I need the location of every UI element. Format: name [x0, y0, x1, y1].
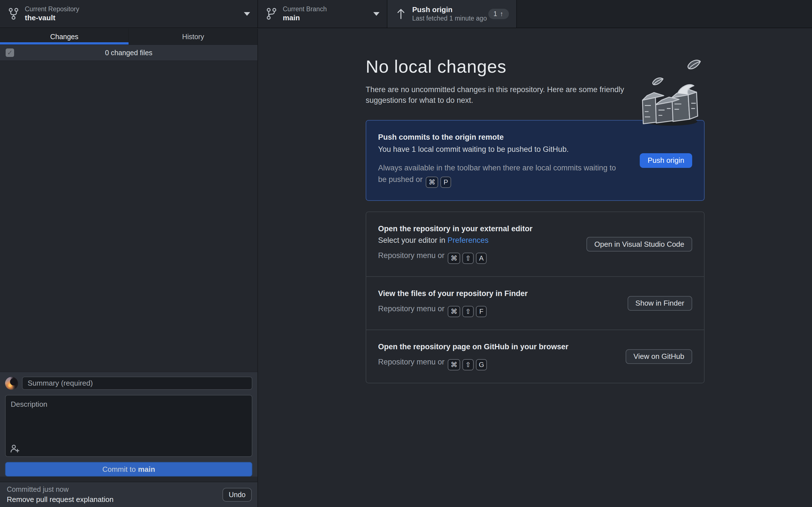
keycap-cmd: ⌘ — [448, 306, 460, 317]
suggestion-body: Select your editor in Preferences — [378, 236, 575, 245]
push-origin-button[interactable]: Push origin — [640, 153, 692, 168]
keycap-g: G — [476, 359, 487, 371]
current-repository-dropdown[interactable]: Current Repository the-vault — [0, 0, 258, 27]
suggestion-title: Open the repository in your external edi… — [378, 224, 575, 233]
suggestion-hint: Always available in the toolbar when the… — [378, 162, 626, 188]
commit-form: Summary (required) Description Commit to… — [0, 372, 257, 476]
keycap-cmd: ⌘ — [426, 177, 438, 188]
chevron-down-icon — [244, 12, 250, 16]
keycap-p: P — [441, 177, 451, 188]
tab-changes[interactable]: Changes — [0, 29, 129, 45]
sidebar-tabs: Changes History — [0, 29, 257, 45]
description-placeholder: Description — [11, 400, 47, 408]
summary-input[interactable]: Summary (required) — [22, 377, 252, 390]
suggestion-hint: Repository menu or ⌘⇧G — [378, 356, 614, 371]
repo-name: the-vault — [25, 13, 240, 22]
suggestions-group: Open the repository in your external edi… — [366, 212, 705, 383]
suggestion-title: Push commits to the origin remote — [378, 133, 628, 142]
add-coauthor-icon[interactable] — [10, 444, 20, 453]
keycap-shift: ⇧ — [462, 359, 474, 371]
changed-files-list — [0, 61, 257, 372]
page-subtitle: There are no uncommitted changes in this… — [366, 84, 659, 106]
push-origin-title: Push origin — [412, 5, 488, 14]
commit-button-prefix: Commit to — [102, 465, 136, 474]
suggestion-title: View the files of your repository in Fin… — [378, 289, 616, 298]
body-text: Select your editor in — [378, 236, 446, 244]
suggestion-finder-row: View the files of your repository in Fin… — [366, 276, 704, 330]
summary-placeholder: Summary (required) — [28, 379, 93, 388]
changed-files-header: ✓ 0 changed files — [0, 45, 257, 61]
keycap-shift: ⇧ — [462, 252, 474, 264]
ahead-count-badge: 1 ↑ — [488, 9, 509, 19]
sidebar: Changes History ✓ 0 changed files Summar… — [0, 29, 258, 507]
keycap-shift: ⇧ — [462, 306, 474, 317]
suggestion-body: You have 1 local commit waiting to be pu… — [378, 145, 628, 154]
view-on-github-button[interactable]: View on GitHub — [626, 349, 692, 364]
repo-icon — [7, 7, 20, 20]
current-branch-dropdown[interactable]: Current Branch main — [258, 0, 388, 27]
toolbar: Current Repository the-vault Current Bra… — [0, 0, 812, 28]
hint-text: Always available in the toolbar when the… — [378, 164, 616, 184]
branch-text: Current Branch main — [283, 5, 369, 22]
last-fetched-text: Last fetched 1 minute ago — [412, 14, 488, 22]
suggestion-hint: Repository menu or ⌘⇧A — [378, 250, 575, 264]
suggestion-github-row: Open the repository page on GitHub in yo… — [366, 330, 704, 383]
commit-status-text: Committed just now — [7, 486, 222, 494]
paper-stack-illustration — [632, 51, 708, 136]
suggestion-title: Open the repository page on GitHub in yo… — [378, 342, 614, 351]
show-in-finder-button[interactable]: Show in Finder — [627, 296, 692, 311]
commit-button-branch: main — [138, 465, 155, 474]
keycap-cmd: ⌘ — [448, 359, 460, 371]
commit-button[interactable]: Commit to main — [5, 462, 252, 476]
open-in-editor-button[interactable]: Open in Visual Studio Code — [587, 237, 692, 251]
avatar — [5, 377, 18, 390]
arrow-up-icon — [395, 7, 407, 20]
keycap-f: F — [476, 306, 487, 317]
last-commit-message: Remove pull request explanation — [7, 496, 222, 504]
tab-history-label: History — [182, 33, 204, 41]
hint-text: Repository menu or — [378, 304, 445, 313]
hint-text: Repository menu or — [378, 251, 445, 260]
github-desktop-window: Current Repository the-vault Current Bra… — [0, 0, 812, 507]
changed-files-count: 0 changed files — [0, 49, 257, 57]
keycap-cmd: ⌘ — [448, 252, 460, 264]
undo-bar: Committed just now Remove pull request e… — [0, 482, 257, 507]
description-input[interactable]: Description — [5, 395, 252, 457]
tab-history[interactable]: History — [129, 29, 257, 45]
suggestion-hint: Repository menu or ⌘⇧F — [378, 303, 616, 317]
branch-name: main — [283, 13, 369, 22]
tab-changes-label: Changes — [50, 33, 79, 41]
repo-label: Current Repository — [25, 5, 240, 13]
push-origin-text: Push origin Last fetched 1 minute ago — [412, 5, 488, 22]
branch-label: Current Branch — [283, 5, 369, 13]
preferences-link[interactable]: Preferences — [448, 236, 489, 244]
branch-icon — [265, 7, 278, 20]
repo-text: Current Repository the-vault — [25, 5, 240, 22]
suggestion-external-editor-row: Open the repository in your external edi… — [366, 212, 704, 276]
chevron-down-icon — [373, 12, 379, 16]
keycap-a: A — [476, 252, 487, 264]
hint-text: Repository menu or — [378, 358, 445, 366]
push-origin-toolbar-button[interactable]: Push origin Last fetched 1 minute ago 1 … — [388, 0, 517, 27]
undo-button[interactable]: Undo — [222, 488, 252, 502]
main-panel: No local changes There are no uncommitte… — [259, 29, 812, 507]
